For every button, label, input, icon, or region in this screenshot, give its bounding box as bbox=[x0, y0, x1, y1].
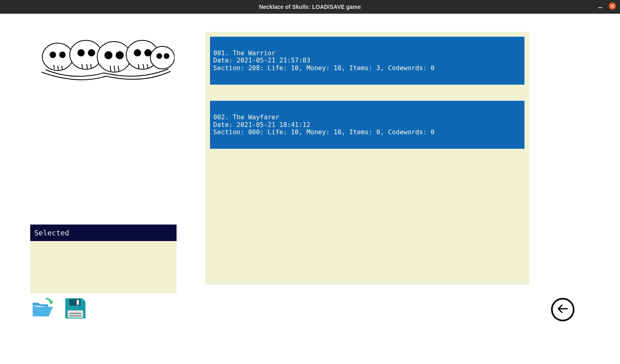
svg-point-8 bbox=[50, 52, 56, 58]
svg-point-13 bbox=[116, 51, 124, 59]
window-title: Necklace of Skulls: LOAD/SAVE game bbox=[259, 4, 361, 10]
save-slot[interactable]: 002. The Wayfarer Date: 2021-05-21 18:41… bbox=[210, 101, 524, 149]
svg-rect-20 bbox=[77, 300, 79, 305]
svg-point-16 bbox=[156, 53, 162, 59]
arrow-left-icon bbox=[557, 303, 569, 316]
svg-rect-23 bbox=[69, 315, 81, 316]
selected-panel: Selected bbox=[30, 225, 177, 297]
skulls-illustration bbox=[33, 33, 175, 85]
saves-panel: 001. The Warrior Date: 2021-05-21 21:57:… bbox=[205, 32, 529, 285]
save-slot[interactable]: 001. The Warrior Date: 2021-05-21 21:57:… bbox=[210, 37, 524, 85]
back-button[interactable] bbox=[551, 298, 574, 321]
selected-header: Selected bbox=[30, 225, 177, 241]
svg-point-10 bbox=[77, 49, 85, 56]
svg-point-12 bbox=[104, 51, 112, 59]
svg-marker-18 bbox=[49, 301, 54, 304]
window-minimize-button[interactable] bbox=[597, 3, 603, 9]
floppy-icon bbox=[64, 297, 87, 322]
window-titlebar: Necklace of Skulls: LOAD/SAVE game bbox=[0, 0, 620, 14]
svg-rect-22 bbox=[69, 313, 81, 314]
folder-open-icon bbox=[30, 296, 54, 322]
selected-body bbox=[30, 241, 177, 293]
svg-point-17 bbox=[164, 53, 169, 59]
svg-point-15 bbox=[144, 49, 152, 56]
svg-point-9 bbox=[59, 52, 66, 58]
svg-point-7 bbox=[150, 46, 175, 69]
window-close-button[interactable] bbox=[609, 2, 616, 10]
save-button[interactable] bbox=[63, 297, 87, 321]
load-button[interactable] bbox=[30, 297, 54, 321]
svg-point-14 bbox=[134, 49, 141, 56]
svg-point-11 bbox=[88, 49, 95, 56]
